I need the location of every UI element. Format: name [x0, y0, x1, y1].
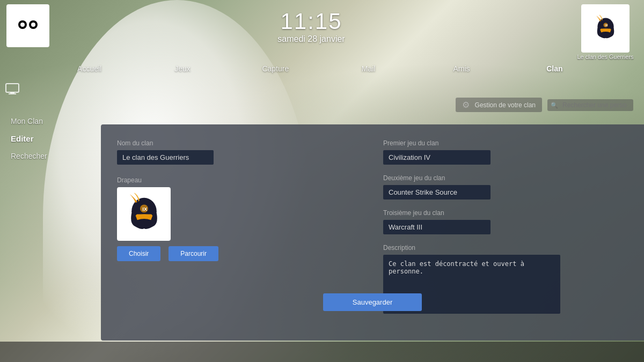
clan-icon: IX: [581, 4, 630, 53]
clock-display: 11:15: [280, 9, 342, 34]
choose-button[interactable]: Choisir: [117, 246, 160, 261]
game2-label: Deuxième jeu du clan: [383, 174, 628, 182]
nav-capture[interactable]: Capture: [229, 64, 322, 73]
clan-name-label: Nom du clan: [117, 139, 362, 147]
right-column: Premier jeu du clan Deuxième jeu du clan…: [383, 139, 628, 316]
svg-point-4: [31, 23, 35, 27]
nav-amis[interactable]: Amis: [415, 64, 508, 73]
save-row: Sauvegarder: [101, 293, 644, 311]
svg-rect-7: [600, 28, 610, 30]
left-column: Nom du clan Drapeau: [117, 139, 362, 316]
svg-point-0: [13, 11, 43, 41]
game1-label: Premier jeu du clan: [383, 139, 628, 147]
nav-clan[interactable]: Clan: [508, 64, 601, 73]
sidebar: Mon Clan Editer Rechecher: [0, 113, 99, 165]
main-panel: Nom du clan Drapeau: [101, 124, 644, 341]
sidebar-item-rechecher[interactable]: Rechecher: [0, 147, 99, 165]
svg-point-3: [20, 23, 25, 27]
sidebar-item-editer[interactable]: Editer: [0, 130, 99, 147]
nav-accueil[interactable]: Accueil: [43, 64, 136, 73]
browse-button[interactable]: Parcourir: [169, 246, 218, 261]
search-person-input[interactable]: [547, 99, 633, 111]
topbar: 11:15 samedi 28 janvier IX: [0, 0, 644, 54]
svg-rect-10: [6, 84, 19, 92]
search-wrap: [547, 99, 633, 111]
clan-helmet-icon: IX: [591, 14, 620, 43]
app-logo[interactable]: [6, 4, 49, 47]
svg-text:IX: IX: [605, 24, 608, 27]
flag-preview: IX: [117, 187, 171, 241]
game2-input[interactable]: [383, 185, 491, 200]
game1-row: Premier jeu du clan: [383, 139, 628, 165]
game1-input[interactable]: [383, 150, 491, 165]
nav-mail[interactable]: Mail: [322, 64, 415, 73]
date-display: samedi 28 janvier: [277, 34, 345, 44]
game3-row: Troisième jeu du clan: [383, 209, 628, 234]
clan-name-field-row: Nom du clan: [117, 139, 362, 165]
gear-icon: ⚙: [462, 100, 470, 110]
nav-jeux[interactable]: Jeux: [136, 64, 229, 73]
sidebar-item-mon-clan[interactable]: Mon Clan: [0, 113, 99, 130]
game3-label: Troisième jeu du clan: [383, 209, 628, 217]
navbar: Accueil Jeux Capture Mail Amis Clan: [0, 58, 644, 79]
flag-label: Drapeau: [117, 176, 362, 184]
logo-icon: [12, 10, 44, 42]
clan-badge[interactable]: IX Le clan des Guerriers: [573, 4, 638, 60]
manage-clan-button[interactable]: ⚙ Gestion de votre clan: [456, 98, 542, 112]
game2-row: Deuxième jeu du clan: [383, 174, 628, 200]
toolbar: ⚙ Gestion de votre clan: [0, 95, 644, 114]
game3-input[interactable]: [383, 220, 491, 234]
bottom-bar: [0, 342, 644, 362]
flag-helmet-preview: IX: [121, 191, 167, 237]
flag-buttons: Choisir Parcourir: [117, 246, 362, 261]
description-label: Description: [383, 244, 628, 252]
clan-name-input[interactable]: [117, 150, 214, 165]
clock-area: 11:15 samedi 28 janvier: [49, 4, 573, 44]
svg-rect-12: [9, 93, 16, 94]
svg-text:IX: IX: [142, 206, 148, 212]
flag-area: Drapeau IX C: [117, 176, 362, 261]
svg-rect-11: [10, 92, 14, 93]
save-button[interactable]: Sauvegarder: [323, 293, 422, 311]
svg-rect-15: [136, 214, 152, 217]
manage-clan-label: Gestion de votre clan: [475, 101, 536, 109]
